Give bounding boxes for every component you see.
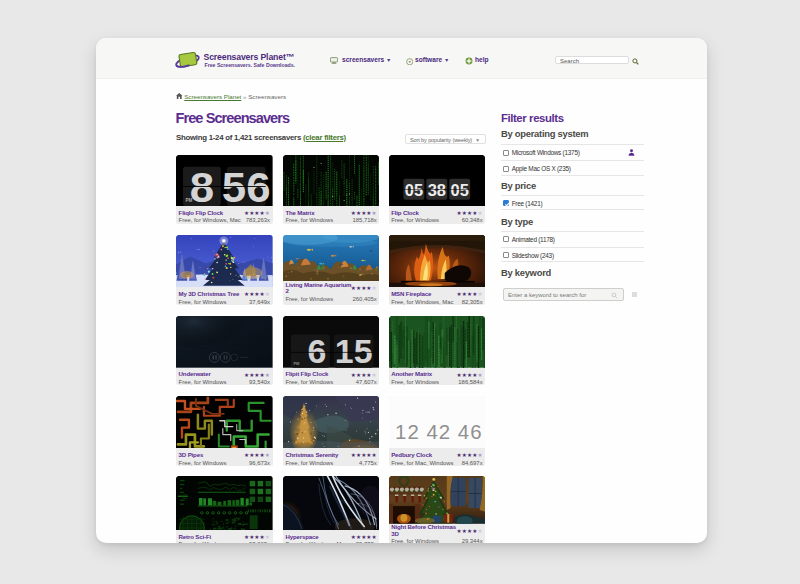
svg-text:PM: PM <box>185 198 192 203</box>
svg-text:PM: PM <box>293 361 300 366</box>
svg-text:56: 56 <box>222 163 271 206</box>
svg-text:12 42 46: 12 42 46 <box>395 422 482 444</box>
svg-text:05: 05 <box>404 181 422 199</box>
svg-text:05: 05 <box>450 181 468 199</box>
svg-text:38: 38 <box>427 181 445 199</box>
svg-text:8: 8 <box>190 163 214 206</box>
svg-text:6: 6 <box>307 333 326 368</box>
svg-text:15: 15 <box>335 333 373 368</box>
